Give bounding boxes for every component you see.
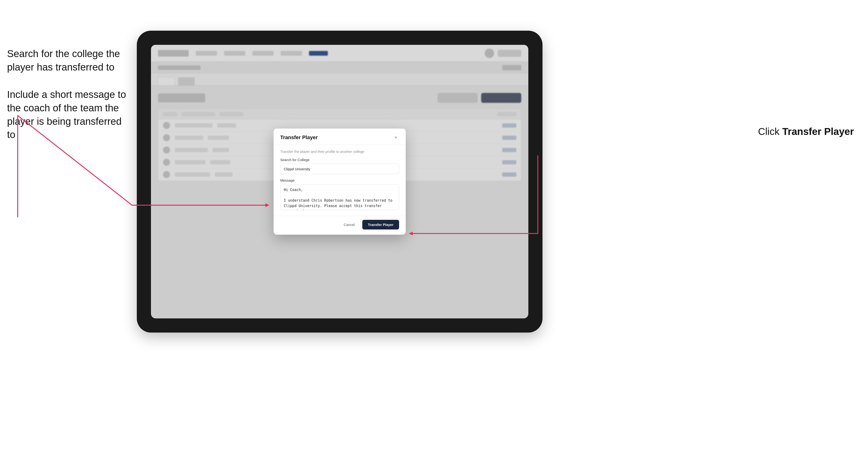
tablet-device: Transfer Player × Transfer the player an…: [137, 31, 542, 333]
cancel-button[interactable]: Cancel: [340, 220, 359, 229]
modal-title: Transfer Player: [280, 134, 318, 141]
modal-overlay: Transfer Player × Transfer the player an…: [151, 45, 528, 318]
transfer-player-modal: Transfer Player × Transfer the player an…: [274, 129, 406, 235]
modal-footer: Cancel Transfer Player: [274, 216, 406, 235]
annotation-left-area: Search for the college the player has tr…: [7, 47, 130, 156]
annotation-search-text: Search for the college the player has tr…: [7, 47, 130, 74]
message-textarea[interactable]: Hi Coach, I understand Chris Robertson h…: [280, 184, 399, 210]
search-college-label: Search for College: [280, 158, 399, 162]
annotation-right-area: Click Transfer Player: [758, 125, 854, 138]
annotation-message-text: Include a short message to the coach of …: [7, 88, 130, 142]
modal-subtitle: Transfer the player and their profile to…: [280, 150, 399, 154]
modal-body: Transfer the player and their profile to…: [274, 145, 406, 216]
tablet-screen: Transfer Player × Transfer the player an…: [151, 45, 528, 318]
annotation-click-text: Click Transfer Player: [758, 125, 854, 138]
modal-header: Transfer Player ×: [274, 129, 406, 145]
message-label: Message: [280, 178, 399, 182]
svg-line-4: [18, 205, 132, 217]
search-college-input[interactable]: [280, 164, 399, 174]
modal-close-button[interactable]: ×: [393, 134, 399, 141]
transfer-player-button[interactable]: Transfer Player: [362, 220, 399, 229]
